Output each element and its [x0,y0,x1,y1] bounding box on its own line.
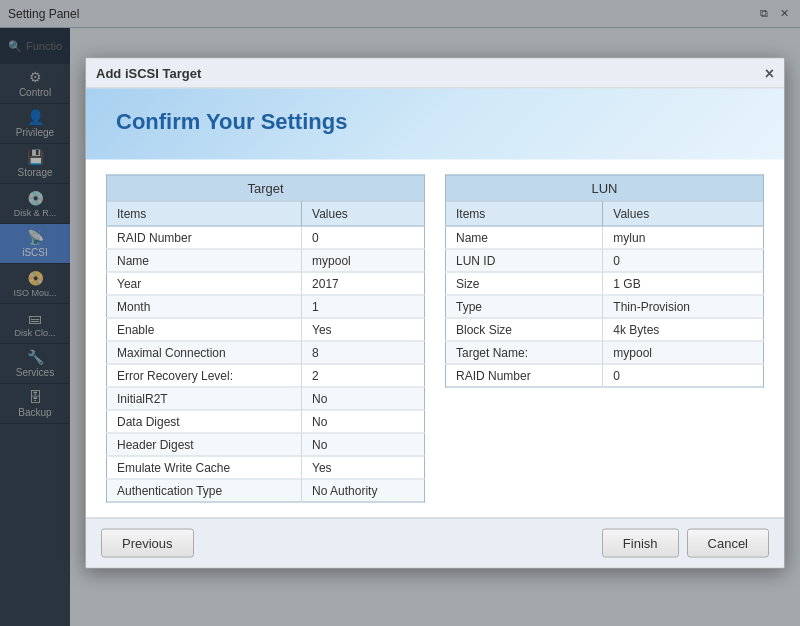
target-item-cell: Maximal Connection [107,341,302,364]
lun-item-cell: LUN ID [446,249,603,272]
lun-value-cell: Thin-Provision [603,295,764,318]
target-col-items: Items [107,201,302,226]
table-row: Namemylun [446,226,764,249]
table-row: Month1 [107,295,425,318]
table-row: Error Recovery Level:2 [107,364,425,387]
table-row: LUN ID0 [446,249,764,272]
table-row: Header DigestNo [107,433,425,456]
target-value-cell: 2 [302,364,425,387]
modal-titlebar: Add iSCSI Target × [86,59,784,89]
target-value-cell: 8 [302,341,425,364]
table-row: Size1 GB [446,272,764,295]
modal-footer: Previous Finish Cancel [86,518,784,568]
target-value-cell: mypool [302,249,425,272]
lun-section: LUN Items Values NamemylunLUN ID0Size1 G… [445,175,764,503]
table-row: Year2017 [107,272,425,295]
footer-right-buttons: Finish Cancel [602,529,769,558]
target-item-cell: InitialR2T [107,387,302,410]
modal-title: Add iSCSI Target [96,66,201,81]
target-value-cell: 1 [302,295,425,318]
target-value-cell: No [302,387,425,410]
target-item-cell: RAID Number [107,226,302,249]
modal-body: Target Items Values RAID Number0Namemypo… [86,160,784,518]
target-item-cell: Enable [107,318,302,341]
table-row: Emulate Write CacheYes [107,456,425,479]
table-row: RAID Number0 [107,226,425,249]
modal-header-title: Confirm Your Settings [116,109,347,134]
lun-item-cell: Size [446,272,603,295]
table-row: RAID Number0 [446,364,764,387]
target-value-cell: 0 [302,226,425,249]
target-col-values: Values [302,201,425,226]
lun-value-cell: 0 [603,364,764,387]
finish-button[interactable]: Finish [602,529,679,558]
target-value-cell: Yes [302,456,425,479]
table-row: Target Name:mypool [446,341,764,364]
cancel-button[interactable]: Cancel [687,529,769,558]
target-item-cell: Year [107,272,302,295]
target-item-cell: Name [107,249,302,272]
modal-dialog: Add iSCSI Target × Confirm Your Settings… [85,58,785,569]
lun-value-cell: 1 GB [603,272,764,295]
target-item-cell: Error Recovery Level: [107,364,302,387]
table-row: Authentication TypeNo Authority [107,479,425,502]
target-value-cell: No Authority [302,479,425,502]
table-row: Data DigestNo [107,410,425,433]
setting-panel: Setting Panel ⧉ ✕ 🔍 ⚙ Control 👤 Privileg… [0,0,800,626]
target-section-header: Target [106,175,425,201]
lun-section-header: LUN [445,175,764,201]
target-value-cell: No [302,410,425,433]
lun-item-cell: Block Size [446,318,603,341]
table-row: Namemypool [107,249,425,272]
lun-value-cell: 0 [603,249,764,272]
lun-col-items: Items [446,201,603,226]
table-row: InitialR2TNo [107,387,425,410]
target-section: Target Items Values RAID Number0Namemypo… [106,175,425,503]
lun-table: Items Values NamemylunLUN ID0Size1 GBTyp… [445,201,764,388]
table-row: EnableYes [107,318,425,341]
target-item-cell: Emulate Write Cache [107,456,302,479]
target-value-cell: No [302,433,425,456]
target-item-cell: Month [107,295,302,318]
lun-col-values: Values [603,201,764,226]
target-item-cell: Authentication Type [107,479,302,502]
modal-close-button[interactable]: × [765,65,774,81]
lun-value-cell: mypool [603,341,764,364]
target-table: Items Values RAID Number0NamemypoolYear2… [106,201,425,503]
lun-item-cell: Target Name: [446,341,603,364]
target-value-cell: 2017 [302,272,425,295]
lun-item-cell: Type [446,295,603,318]
target-value-cell: Yes [302,318,425,341]
lun-item-cell: RAID Number [446,364,603,387]
table-row: Maximal Connection8 [107,341,425,364]
table-row: Block Size4k Bytes [446,318,764,341]
previous-button[interactable]: Previous [101,529,194,558]
target-item-cell: Header Digest [107,433,302,456]
lun-item-cell: Name [446,226,603,249]
table-row: TypeThin-Provision [446,295,764,318]
lun-value-cell: mylun [603,226,764,249]
modal-header: Confirm Your Settings [86,89,784,160]
lun-value-cell: 4k Bytes [603,318,764,341]
target-item-cell: Data Digest [107,410,302,433]
